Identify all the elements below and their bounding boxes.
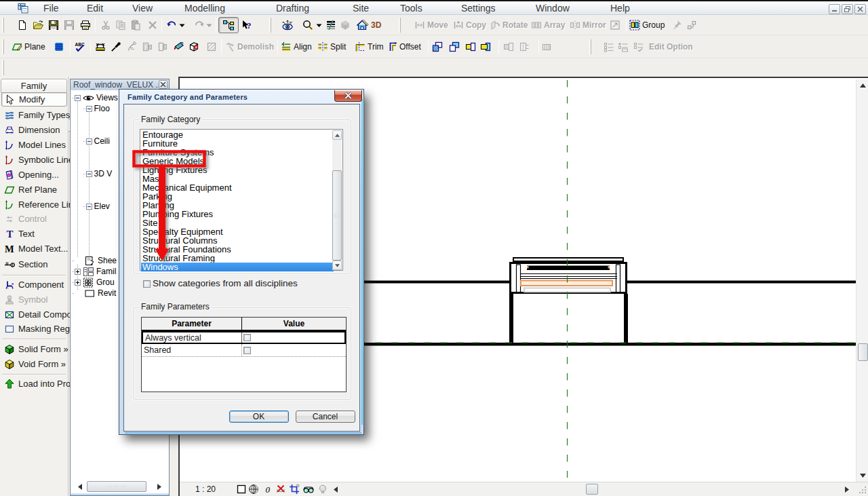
- align-button[interactable]: Align: [281, 41, 312, 52]
- default-3d-view-button[interactable]: 3D: [355, 17, 381, 33]
- design-bar-item-detail-compo[interactable]: Detail Compo: [1, 307, 67, 322]
- dynamically-modify-view-button[interactable]: [279, 17, 296, 33]
- open-button[interactable]: [33, 17, 43, 33]
- design-bar-item-ref-plane[interactable]: Ref Plane: [1, 183, 67, 197]
- design-bar-item-void-form[interactable]: Void Form »: [1, 357, 67, 371]
- scroll-up-button[interactable]: [857, 80, 868, 91]
- spelling-button[interactable]: ABC: [74, 41, 85, 52]
- always-vertical-checkbox[interactable]: [243, 334, 251, 341]
- design-bar-item-modify[interactable]: Modify: [1, 92, 67, 107]
- collapse-icon[interactable]: [86, 106, 92, 112]
- design-bar-item-opening[interactable]: Opening...: [1, 168, 67, 182]
- scroll-down-button[interactable]: [857, 470, 868, 481]
- menu-window[interactable]: Window: [531, 3, 574, 14]
- view-control-crop-region[interactable]: [289, 484, 300, 495]
- uncut-geometry-button[interactable]: [480, 41, 491, 52]
- design-bar-item-masking-regi[interactable]: Masking Regi: [1, 322, 67, 336]
- opening-3d-button[interactable]: [189, 41, 199, 52]
- menu-settings[interactable]: Settings: [456, 3, 500, 14]
- collapse-icon[interactable]: [75, 95, 81, 101]
- undo-list-button[interactable]: [179, 17, 185, 33]
- window-minimize-button[interactable]: [829, 4, 840, 14]
- expand-icon[interactable]: [75, 269, 81, 275]
- design-bar-item-reference-lin[interactable]: Reference Lin: [1, 197, 67, 212]
- thin-lines-button[interactable]: [326, 17, 336, 33]
- zoom-list-button[interactable]: [316, 17, 322, 33]
- scroll-right-button[interactable]: [845, 487, 849, 493]
- tape-measure-button[interactable]: [95, 41, 106, 52]
- design-bar-item-solid-form[interactable]: Solid Form »: [1, 342, 67, 356]
- match-button[interactable]: [111, 41, 121, 52]
- design-bar-item-symbolic-line[interactable]: Symbolic Line: [1, 153, 67, 167]
- scroll-left-button[interactable]: [75, 481, 85, 492]
- trim-button[interactable]: Trim: [355, 41, 384, 52]
- scroll-left-button[interactable]: [334, 487, 338, 493]
- view-control-thin-lines-0[interactable]: 0: [262, 484, 273, 495]
- save-button[interactable]: [48, 17, 59, 33]
- dialog-cancel-button[interactable]: Cancel: [296, 411, 355, 423]
- design-bar-item-text[interactable]: TText: [1, 227, 67, 241]
- dialog-ok-button[interactable]: OK: [229, 411, 289, 423]
- family-category-list[interactable]: EntourageFurnitureFurniture SystemsGener…: [140, 129, 343, 271]
- scroll-thumb[interactable]: [87, 481, 146, 492]
- scroll-down-button[interactable]: [332, 261, 342, 270]
- view-control-reveal-hidden[interactable]: [302, 484, 313, 495]
- collapse-icon[interactable]: [86, 171, 92, 177]
- view-control-shadows[interactable]: [248, 484, 259, 495]
- design-bar-item-component[interactable]: Component: [1, 278, 67, 292]
- view-control-bulb[interactable]: [317, 484, 328, 495]
- category-item-windows[interactable]: Windows: [141, 263, 334, 271]
- menu-tools[interactable]: Tools: [395, 3, 427, 14]
- window-restore-button[interactable]: [842, 4, 853, 14]
- view-control-model-graphics[interactable]: [236, 484, 247, 495]
- project-browser-hscrollbar[interactable]: [75, 481, 165, 493]
- scroll-thumb[interactable]: [586, 484, 598, 495]
- offset-button[interactable]: Offset: [387, 41, 421, 52]
- project-browser-toggle-button[interactable]: [218, 17, 239, 33]
- collapse-icon[interactable]: [86, 138, 92, 145]
- collapse-icon[interactable]: [86, 204, 92, 210]
- join-geometry-button[interactable]: [432, 41, 443, 52]
- cut-geometry-button[interactable]: [465, 41, 476, 52]
- window-close-button[interactable]: [854, 4, 866, 14]
- category-list-scrollbar[interactable]: [332, 130, 342, 270]
- design-bar-item-family-types[interactable]: Family Types.: [1, 108, 67, 122]
- category-item-plumbing-fixtures[interactable]: Plumbing Fixtures: [141, 210, 333, 218]
- design-bar-item-section[interactable]: Section: [1, 257, 67, 271]
- table-row-always-vertical[interactable]: Always vertical: [142, 331, 346, 344]
- show-categories-checkbox[interactable]: [143, 280, 151, 288]
- menu-file[interactable]: File: [39, 3, 64, 14]
- design-bar-item-load-into-proj[interactable]: Load into Proj: [1, 377, 67, 391]
- scroll-right-button[interactable]: [154, 481, 165, 492]
- view-scale-label[interactable]: 1 : 20: [195, 484, 216, 494]
- zoom-button[interactable]: [302, 17, 313, 33]
- group-button[interactable]: Group: [629, 17, 665, 33]
- unjoin-geometry-button[interactable]: [449, 41, 460, 52]
- print-button[interactable]: [80, 17, 91, 33]
- menu-drafting[interactable]: Drafting: [271, 3, 314, 14]
- design-bar-item-model-lines[interactable]: Model Lines: [1, 138, 67, 152]
- menu-view[interactable]: View: [127, 3, 157, 14]
- category-item-lighting-fixtures[interactable]: Lighting Fixtures: [141, 166, 333, 174]
- split-button[interactable]: Split: [317, 41, 346, 52]
- scroll-up-button[interactable]: [332, 130, 342, 140]
- ref-plane-button[interactable]: Plane: [12, 41, 45, 52]
- table-row-shared[interactable]: Shared: [142, 344, 346, 357]
- menu-help[interactable]: Help: [606, 3, 635, 14]
- scroll-thumb[interactable]: [332, 170, 342, 261]
- menu-edit[interactable]: Edit: [82, 3, 108, 14]
- context-help-button[interactable]: ?: [241, 17, 252, 33]
- design-bar-item-dimension[interactable]: Dimension: [1, 123, 67, 137]
- vertical-scrollbar[interactable]: [856, 79, 868, 482]
- design-bar-item-model-text[interactable]: MModel Text...: [1, 242, 67, 256]
- scroll-thumb[interactable]: [858, 343, 868, 361]
- paint-button[interactable]: [174, 41, 184, 52]
- expand-icon[interactable]: [75, 280, 81, 286]
- menu-site[interactable]: Site: [348, 3, 374, 14]
- view-control-hide-dimension[interactable]: [275, 484, 286, 495]
- grid-button[interactable]: [54, 41, 64, 52]
- menu-modelling[interactable]: Modelling: [180, 3, 230, 14]
- shared-checkbox[interactable]: [243, 347, 251, 354]
- design-bar-tab-family[interactable]: Family: [1, 79, 67, 93]
- dialog-close-button[interactable]: [334, 90, 362, 102]
